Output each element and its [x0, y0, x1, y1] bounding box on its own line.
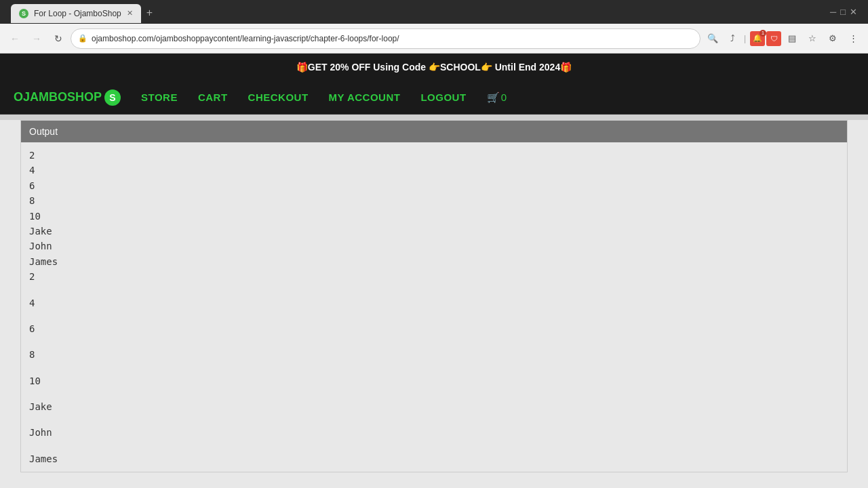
output-line: 6 [29, 178, 839, 193]
address-bar[interactable]: 🔒 ojamboshop.com/ojamboshoppaycontent/le… [71, 28, 701, 49]
tab-close-button[interactable]: ✕ [127, 9, 133, 18]
new-tab-button[interactable]: + [141, 3, 158, 23]
bell-extension-icon[interactable]: 🔔 1 [750, 31, 765, 46]
toolbar-actions: 🔍 ⤴ | 🔔 1 🛡 ▤ ☆ ⚙ ⋮ [703, 29, 863, 48]
tab-title: For Loop - OjamboShop [34, 9, 121, 18]
browser-toolbar: ← → ↻ 🔒 ojamboshop.com/ojamboshoppaycont… [0, 24, 868, 54]
page-content: 🎁GET 20% OFF Using Code 👉SCHOOL👉 Until E… [0, 54, 868, 472]
output-line: James [29, 254, 839, 269]
extension-icons: 🔔 1 🛡 [750, 31, 781, 46]
nav-brand[interactable]: OJAMBOSHOP S [14, 89, 121, 106]
title-bar: S For Loop - OjamboShop ✕ + ─ □ ✕ [0, 0, 868, 24]
output-line-spaced: Jake [29, 399, 839, 414]
bell-badge: 1 [760, 30, 766, 37]
store-link[interactable]: STORE [141, 92, 178, 103]
checkout-link[interactable]: CHECKOUT [248, 92, 309, 103]
tab-favicon: S [19, 9, 28, 18]
output-line: Jake [29, 224, 839, 239]
output-line: 2 [29, 148, 839, 163]
output-line-spaced: 4 [29, 296, 839, 310]
url-text: ojamboshop.com/ojamboshoppaycontent/lear… [92, 34, 693, 43]
output-line-spaced: James [29, 451, 839, 466]
refresh-button[interactable]: ↻ [49, 29, 68, 48]
share-button[interactable]: ⤴ [724, 29, 743, 48]
search-button[interactable]: 🔍 [703, 29, 722, 48]
lock-icon: 🔒 [78, 34, 87, 43]
page-divider [0, 115, 868, 120]
main-navigation: OJAMBOSHOP S STORE CART CHECKOUT MY ACCO… [0, 81, 868, 115]
extensions-button[interactable]: ⚙ [823, 29, 842, 48]
brand-icon: S [104, 89, 121, 106]
logout-link[interactable]: LOGOUT [420, 92, 466, 103]
output-line-spaced: 10 [29, 373, 839, 388]
output-line: 2 [29, 269, 839, 284]
bookmark-button[interactable]: ☆ [803, 29, 822, 48]
cart-count: 0 [501, 92, 507, 103]
brand-name[interactable]: OJAMBOSHOP [14, 90, 102, 104]
sidebar-button[interactable]: ▤ [783, 29, 802, 48]
forward-button[interactable]: → [27, 29, 46, 48]
close-window-button[interactable]: ✕ [850, 7, 857, 17]
promo-text: 🎁GET 20% OFF Using Code 👉SCHOOL👉 Until E… [296, 62, 572, 73]
output-line-spaced: John [29, 425, 839, 440]
output-line-spaced: 6 [29, 321, 839, 336]
promo-banner: 🎁GET 20% OFF Using Code 👉SCHOOL👉 Until E… [0, 54, 868, 81]
active-tab[interactable]: S For Loop - OjamboShop ✕ [11, 4, 141, 23]
output-line: John [29, 239, 839, 253]
cart-icon-wrapper[interactable]: 🛒 0 [487, 92, 507, 104]
tab-bar: S For Loop - OjamboShop ✕ + [5, 1, 163, 23]
output-body: 2 4 6 8 10 Jake John James 2 4 6 8 10 Ja… [21, 142, 847, 472]
my-account-link[interactable]: MY ACCOUNT [329, 92, 401, 103]
output-line: 8 [29, 193, 839, 208]
cart-icon: 🛒 [487, 92, 500, 104]
output-header: Output [21, 121, 847, 142]
restore-button[interactable]: □ [840, 7, 846, 17]
rss-divider: | [744, 34, 746, 43]
shield-extension-icon[interactable]: 🛡 [766, 31, 781, 46]
output-line: 4 [29, 163, 839, 178]
browser-chrome: S For Loop - OjamboShop ✕ + ─ □ ✕ ← → ↻ … [0, 0, 868, 54]
back-button[interactable]: ← [5, 29, 24, 48]
cart-link[interactable]: CART [198, 92, 228, 103]
output-line-spaced: 8 [29, 347, 839, 362]
minimize-button[interactable]: ─ [830, 7, 836, 17]
output-line: 10 [29, 209, 839, 224]
output-container: Output 2 4 6 8 10 Jake John James 2 4 6 … [20, 120, 848, 472]
menu-button[interactable]: ⋮ [844, 29, 863, 48]
